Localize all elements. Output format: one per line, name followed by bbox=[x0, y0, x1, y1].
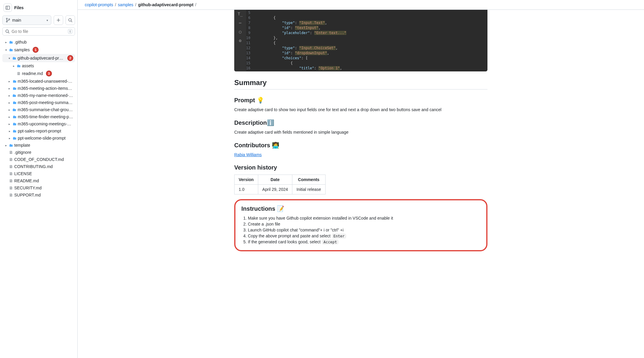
tree-folder-assets[interactable]: ▸🖿assets bbox=[2, 62, 75, 69]
th-version: Version bbox=[235, 175, 258, 185]
list-item: Copy the above prompt and paste and sele… bbox=[248, 234, 480, 238]
tree-file[interactable]: 🗎LICENSE bbox=[2, 170, 75, 177]
tree-folder[interactable]: ▸🖿m365-post-meeting-summary... bbox=[2, 99, 75, 106]
chevron-right-icon: ▸ bbox=[8, 137, 11, 140]
search-icon bbox=[68, 18, 73, 23]
annotation-badge-2: 2 bbox=[67, 55, 73, 61]
list-item: Create a .json file bbox=[248, 222, 480, 226]
contributor-link[interactable]: Rabia Williams bbox=[234, 152, 262, 157]
description-heading: Descriptionℹ️ bbox=[234, 119, 487, 126]
summary-heading: Summary bbox=[234, 79, 487, 90]
chevron-right-icon: ▸ bbox=[12, 64, 15, 68]
tree-file-readme-sample[interactable]: 🗎readme.md3 bbox=[2, 69, 75, 78]
tree-folder[interactable]: ▸🖿ppt-welcome-slide-prompt bbox=[2, 135, 75, 142]
table-row: 1.0 April 29, 2024 Initial release bbox=[235, 185, 326, 194]
file-icon: 🗎 bbox=[9, 178, 13, 183]
breadcrumb-current: github-adaptivecard-prompt bbox=[138, 2, 194, 7]
annotation-badge-1: 1 bbox=[33, 47, 39, 53]
search-button[interactable] bbox=[66, 15, 75, 25]
tree-folder[interactable]: ▸🖿m365-my-name-mentioned-pr... bbox=[2, 92, 75, 99]
tree-folder-github[interactable]: ▸🖿.github bbox=[2, 39, 75, 46]
add-file-button[interactable] bbox=[54, 15, 63, 25]
folder-icon: 🖿 bbox=[12, 79, 17, 84]
tree-file[interactable]: 🗎README.md bbox=[2, 177, 75, 184]
folder-icon: 🖿 bbox=[9, 47, 13, 52]
search-icon bbox=[5, 29, 10, 34]
version-history-heading: Version history bbox=[234, 164, 487, 171]
folder-icon: 🖿 bbox=[12, 136, 17, 140]
tree-folder-samples[interactable]: ▾🖿samples1 bbox=[2, 46, 75, 54]
chevron-right-icon: ▸ bbox=[8, 101, 11, 104]
tree-folder[interactable]: ▸🖿ppt-sales-report-prompt bbox=[2, 127, 75, 135]
chevron-right-icon: ▸ bbox=[4, 41, 8, 44]
tree-folder-adaptivecard[interactable]: ▾🖿github-adaptivecard-prompt2 bbox=[2, 54, 75, 62]
svg-point-3 bbox=[6, 21, 7, 22]
list-item: If the generated card looks good, select… bbox=[248, 239, 480, 244]
breadcrumb: copilot-prompts / samples / github-adapt… bbox=[78, 0, 644, 10]
tree-folder[interactable]: ▸🖿m365-located-unanswered-m... bbox=[2, 78, 75, 85]
chevron-down-icon: ▾ bbox=[8, 57, 11, 60]
list-item: Launch GitHub copilot chat "command"+ i … bbox=[248, 228, 480, 232]
breadcrumb-root[interactable]: copilot-prompts bbox=[85, 2, 113, 7]
gear-icon[interactable]: ⚙ bbox=[239, 38, 241, 43]
tree-folder-template[interactable]: ▸🖿template bbox=[2, 142, 75, 149]
branch-selector[interactable]: main ▾ bbox=[2, 15, 51, 25]
th-comments: Comments bbox=[292, 175, 326, 185]
tree-file[interactable]: 🗎CONTRIBUTING.md bbox=[2, 163, 75, 170]
chevron-right-icon: ▸ bbox=[8, 122, 11, 126]
goto-file-shortcut: t bbox=[68, 29, 72, 34]
sidebar-collapse-button[interactable] bbox=[4, 4, 12, 12]
line-numbers: 5678910111213141516 bbox=[246, 10, 253, 71]
more-icon[interactable]: ⋯ bbox=[239, 20, 241, 25]
inline-code: Accept bbox=[322, 239, 339, 244]
file-icon: 🗎 bbox=[9, 164, 13, 169]
tree-file[interactable]: 🗎SUPPORT.md bbox=[2, 191, 75, 199]
tree-folder[interactable]: ▸🖿m365-summarise-chat-group-... bbox=[2, 106, 75, 113]
code-tool-rail: T̲ ⋯ ◯ ⚙ bbox=[234, 10, 246, 71]
tree-file[interactable]: 🗎.gitignore bbox=[2, 149, 75, 156]
file-tree-sidebar: Files main ▾ t ▸🖿.github ▾🖿samples1 ▾🖿g bbox=[0, 0, 78, 358]
user-icon[interactable]: ◯ bbox=[239, 29, 241, 34]
annotation-badge-3: 3 bbox=[46, 71, 52, 76]
chevron-right-icon: ▸ bbox=[8, 87, 11, 90]
chevron-right-icon: ▸ bbox=[8, 108, 11, 111]
inline-code: Enter bbox=[332, 234, 347, 239]
file-icon: 🗎 bbox=[9, 150, 13, 155]
prompt-heading: Prompt 💡 bbox=[234, 97, 487, 104]
caret-down-icon: ▾ bbox=[47, 19, 48, 22]
folder-icon: 🖿 bbox=[12, 100, 17, 105]
tree-folder[interactable]: ▸🖿m365-meeting-action-items-p... bbox=[2, 85, 75, 92]
breadcrumb-samples[interactable]: samples bbox=[118, 2, 133, 7]
folder-icon: 🖿 bbox=[12, 129, 17, 133]
folder-icon: 🖿 bbox=[12, 107, 16, 112]
chevron-right-icon: ▸ bbox=[8, 94, 11, 97]
contributors-heading: Contributors 👩‍💻 bbox=[234, 142, 487, 149]
tree-folder[interactable]: ▸🖿m365-time-finder-meeting-pr... bbox=[2, 113, 75, 120]
tree-file[interactable]: 🗎CODE_OF_CONDUCT.md bbox=[2, 156, 75, 163]
goto-file-input[interactable] bbox=[12, 29, 66, 34]
th-date: Date bbox=[258, 175, 292, 185]
instructions-list: Make sure you have Github copilot extens… bbox=[248, 216, 480, 244]
chevron-right-icon: ▸ bbox=[8, 130, 11, 133]
svg-point-4 bbox=[9, 19, 10, 20]
instructions-heading: Instructions 📝 bbox=[241, 205, 480, 212]
folder-icon: 🖿 bbox=[12, 122, 17, 126]
file-icon: 🗎 bbox=[17, 71, 21, 76]
tree-folder[interactable]: ▸🖿m365-upcoming-meetings-pr... bbox=[2, 120, 75, 127]
file-icon: 🗎 bbox=[9, 157, 13, 162]
text-tool-icon[interactable]: T̲ bbox=[238, 12, 243, 16]
sidebar-title: Files bbox=[14, 5, 24, 10]
panel-icon bbox=[5, 5, 10, 10]
branch-name: main bbox=[12, 18, 21, 23]
svg-point-2 bbox=[6, 18, 7, 19]
file-icon: 🗎 bbox=[9, 193, 13, 197]
goto-file-input-wrap[interactable]: t bbox=[2, 27, 75, 36]
branch-icon bbox=[6, 18, 10, 23]
svg-line-6 bbox=[71, 21, 72, 22]
chevron-down-icon: ▾ bbox=[4, 48, 8, 52]
tree-file[interactable]: 🗎SECURITY.md bbox=[2, 184, 75, 191]
list-item: Make sure you have Github copilot extens… bbox=[248, 216, 480, 220]
file-icon: 🗎 bbox=[9, 171, 13, 176]
folder-icon: 🖿 bbox=[17, 63, 21, 68]
svg-line-8 bbox=[8, 32, 9, 33]
